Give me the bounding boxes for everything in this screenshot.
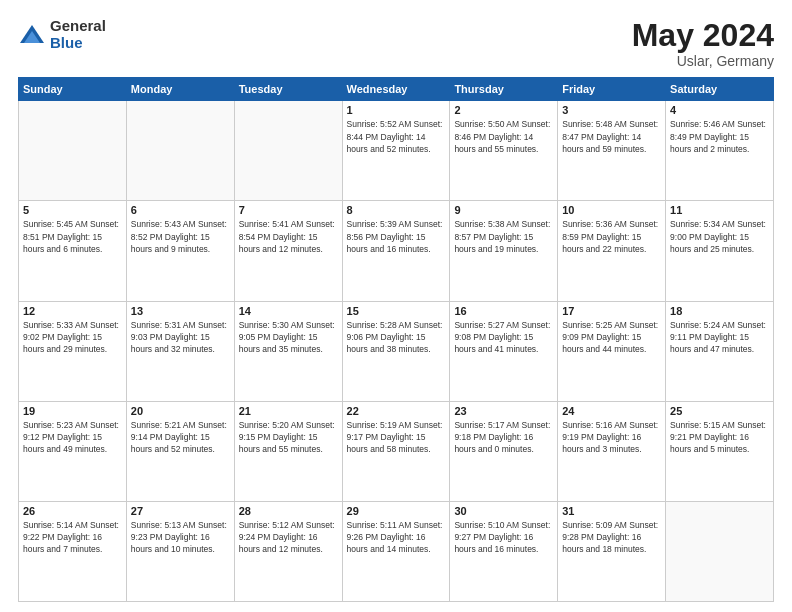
day-number-4-2: 28 (239, 505, 338, 517)
col-monday: Monday (126, 78, 234, 101)
day-cell-3-1: 20Sunrise: 5:21 AM Sunset: 9:14 PM Dayli… (126, 401, 234, 501)
day-info-3-2: Sunrise: 5:20 AM Sunset: 9:15 PM Dayligh… (239, 419, 338, 456)
day-number-3-1: 20 (131, 405, 230, 417)
day-number-1-1: 6 (131, 204, 230, 216)
day-cell-3-5: 24Sunrise: 5:16 AM Sunset: 9:19 PM Dayli… (558, 401, 666, 501)
day-cell-0-1 (126, 101, 234, 201)
day-number-2-3: 15 (347, 305, 446, 317)
logo-blue: Blue (50, 35, 106, 52)
day-number-4-1: 27 (131, 505, 230, 517)
day-info-1-0: Sunrise: 5:45 AM Sunset: 8:51 PM Dayligh… (23, 218, 122, 255)
week-row-0: 1Sunrise: 5:52 AM Sunset: 8:44 PM Daylig… (19, 101, 774, 201)
day-number-1-4: 9 (454, 204, 553, 216)
day-info-4-1: Sunrise: 5:13 AM Sunset: 9:23 PM Dayligh… (131, 519, 230, 556)
day-number-3-3: 22 (347, 405, 446, 417)
day-number-0-3: 1 (347, 104, 446, 116)
day-cell-0-4: 2Sunrise: 5:50 AM Sunset: 8:46 PM Daylig… (450, 101, 558, 201)
day-number-2-1: 13 (131, 305, 230, 317)
logo-general: General (50, 18, 106, 35)
day-info-1-4: Sunrise: 5:38 AM Sunset: 8:57 PM Dayligh… (454, 218, 553, 255)
day-cell-2-0: 12Sunrise: 5:33 AM Sunset: 9:02 PM Dayli… (19, 301, 127, 401)
logo-icon (18, 21, 46, 49)
day-cell-0-3: 1Sunrise: 5:52 AM Sunset: 8:44 PM Daylig… (342, 101, 450, 201)
logo: General Blue (18, 18, 106, 51)
day-cell-1-5: 10Sunrise: 5:36 AM Sunset: 8:59 PM Dayli… (558, 201, 666, 301)
day-info-1-6: Sunrise: 5:34 AM Sunset: 9:00 PM Dayligh… (670, 218, 769, 255)
day-number-3-5: 24 (562, 405, 661, 417)
day-cell-3-3: 22Sunrise: 5:19 AM Sunset: 9:17 PM Dayli… (342, 401, 450, 501)
day-cell-2-1: 13Sunrise: 5:31 AM Sunset: 9:03 PM Dayli… (126, 301, 234, 401)
day-cell-3-4: 23Sunrise: 5:17 AM Sunset: 9:18 PM Dayli… (450, 401, 558, 501)
day-info-2-2: Sunrise: 5:30 AM Sunset: 9:05 PM Dayligh… (239, 319, 338, 356)
day-cell-0-5: 3Sunrise: 5:48 AM Sunset: 8:47 PM Daylig… (558, 101, 666, 201)
day-number-1-6: 11 (670, 204, 769, 216)
week-row-4: 26Sunrise: 5:14 AM Sunset: 9:22 PM Dayli… (19, 501, 774, 601)
col-saturday: Saturday (666, 78, 774, 101)
day-cell-2-5: 17Sunrise: 5:25 AM Sunset: 9:09 PM Dayli… (558, 301, 666, 401)
day-number-3-2: 21 (239, 405, 338, 417)
day-cell-0-0 (19, 101, 127, 201)
day-info-2-1: Sunrise: 5:31 AM Sunset: 9:03 PM Dayligh… (131, 319, 230, 356)
day-cell-1-3: 8Sunrise: 5:39 AM Sunset: 8:56 PM Daylig… (342, 201, 450, 301)
day-info-3-1: Sunrise: 5:21 AM Sunset: 9:14 PM Dayligh… (131, 419, 230, 456)
day-info-4-2: Sunrise: 5:12 AM Sunset: 9:24 PM Dayligh… (239, 519, 338, 556)
day-number-1-0: 5 (23, 204, 122, 216)
day-info-0-4: Sunrise: 5:50 AM Sunset: 8:46 PM Dayligh… (454, 118, 553, 155)
day-number-2-2: 14 (239, 305, 338, 317)
day-cell-4-0: 26Sunrise: 5:14 AM Sunset: 9:22 PM Dayli… (19, 501, 127, 601)
day-info-3-4: Sunrise: 5:17 AM Sunset: 9:18 PM Dayligh… (454, 419, 553, 456)
calendar-header-row: Sunday Monday Tuesday Wednesday Thursday… (19, 78, 774, 101)
title-location: Uslar, Germany (632, 53, 774, 69)
day-info-1-2: Sunrise: 5:41 AM Sunset: 8:54 PM Dayligh… (239, 218, 338, 255)
day-info-3-6: Sunrise: 5:15 AM Sunset: 9:21 PM Dayligh… (670, 419, 769, 456)
day-number-2-0: 12 (23, 305, 122, 317)
day-info-2-0: Sunrise: 5:33 AM Sunset: 9:02 PM Dayligh… (23, 319, 122, 356)
week-row-1: 5Sunrise: 5:45 AM Sunset: 8:51 PM Daylig… (19, 201, 774, 301)
day-number-4-4: 30 (454, 505, 553, 517)
day-number-4-3: 29 (347, 505, 446, 517)
day-cell-3-6: 25Sunrise: 5:15 AM Sunset: 9:21 PM Dayli… (666, 401, 774, 501)
day-cell-3-0: 19Sunrise: 5:23 AM Sunset: 9:12 PM Dayli… (19, 401, 127, 501)
day-info-1-5: Sunrise: 5:36 AM Sunset: 8:59 PM Dayligh… (562, 218, 661, 255)
day-cell-4-3: 29Sunrise: 5:11 AM Sunset: 9:26 PM Dayli… (342, 501, 450, 601)
day-info-0-3: Sunrise: 5:52 AM Sunset: 8:44 PM Dayligh… (347, 118, 446, 155)
day-info-3-5: Sunrise: 5:16 AM Sunset: 9:19 PM Dayligh… (562, 419, 661, 456)
day-number-3-4: 23 (454, 405, 553, 417)
day-cell-3-2: 21Sunrise: 5:20 AM Sunset: 9:15 PM Dayli… (234, 401, 342, 501)
day-info-3-0: Sunrise: 5:23 AM Sunset: 9:12 PM Dayligh… (23, 419, 122, 456)
day-info-4-4: Sunrise: 5:10 AM Sunset: 9:27 PM Dayligh… (454, 519, 553, 556)
day-number-0-6: 4 (670, 104, 769, 116)
day-cell-4-6 (666, 501, 774, 601)
day-number-1-3: 8 (347, 204, 446, 216)
week-row-3: 19Sunrise: 5:23 AM Sunset: 9:12 PM Dayli… (19, 401, 774, 501)
day-number-3-0: 19 (23, 405, 122, 417)
day-info-0-6: Sunrise: 5:46 AM Sunset: 8:49 PM Dayligh… (670, 118, 769, 155)
day-info-0-5: Sunrise: 5:48 AM Sunset: 8:47 PM Dayligh… (562, 118, 661, 155)
day-number-4-5: 31 (562, 505, 661, 517)
col-sunday: Sunday (19, 78, 127, 101)
day-number-1-5: 10 (562, 204, 661, 216)
day-info-2-4: Sunrise: 5:27 AM Sunset: 9:08 PM Dayligh… (454, 319, 553, 356)
day-cell-2-6: 18Sunrise: 5:24 AM Sunset: 9:11 PM Dayli… (666, 301, 774, 401)
day-number-2-4: 16 (454, 305, 553, 317)
day-cell-4-2: 28Sunrise: 5:12 AM Sunset: 9:24 PM Dayli… (234, 501, 342, 601)
day-info-2-3: Sunrise: 5:28 AM Sunset: 9:06 PM Dayligh… (347, 319, 446, 356)
day-info-4-5: Sunrise: 5:09 AM Sunset: 9:28 PM Dayligh… (562, 519, 661, 556)
day-info-1-1: Sunrise: 5:43 AM Sunset: 8:52 PM Dayligh… (131, 218, 230, 255)
day-cell-2-3: 15Sunrise: 5:28 AM Sunset: 9:06 PM Dayli… (342, 301, 450, 401)
day-cell-0-2 (234, 101, 342, 201)
week-row-2: 12Sunrise: 5:33 AM Sunset: 9:02 PM Dayli… (19, 301, 774, 401)
day-cell-1-1: 6Sunrise: 5:43 AM Sunset: 8:52 PM Daylig… (126, 201, 234, 301)
logo-text: General Blue (50, 18, 106, 51)
col-thursday: Thursday (450, 78, 558, 101)
calendar-table: Sunday Monday Tuesday Wednesday Thursday… (18, 77, 774, 602)
day-cell-0-6: 4Sunrise: 5:46 AM Sunset: 8:49 PM Daylig… (666, 101, 774, 201)
day-info-4-0: Sunrise: 5:14 AM Sunset: 9:22 PM Dayligh… (23, 519, 122, 556)
day-number-0-5: 3 (562, 104, 661, 116)
day-cell-1-0: 5Sunrise: 5:45 AM Sunset: 8:51 PM Daylig… (19, 201, 127, 301)
col-tuesday: Tuesday (234, 78, 342, 101)
day-cell-2-4: 16Sunrise: 5:27 AM Sunset: 9:08 PM Dayli… (450, 301, 558, 401)
header: General Blue May 2024 Uslar, Germany (18, 18, 774, 69)
day-number-1-2: 7 (239, 204, 338, 216)
day-cell-1-6: 11Sunrise: 5:34 AM Sunset: 9:00 PM Dayli… (666, 201, 774, 301)
